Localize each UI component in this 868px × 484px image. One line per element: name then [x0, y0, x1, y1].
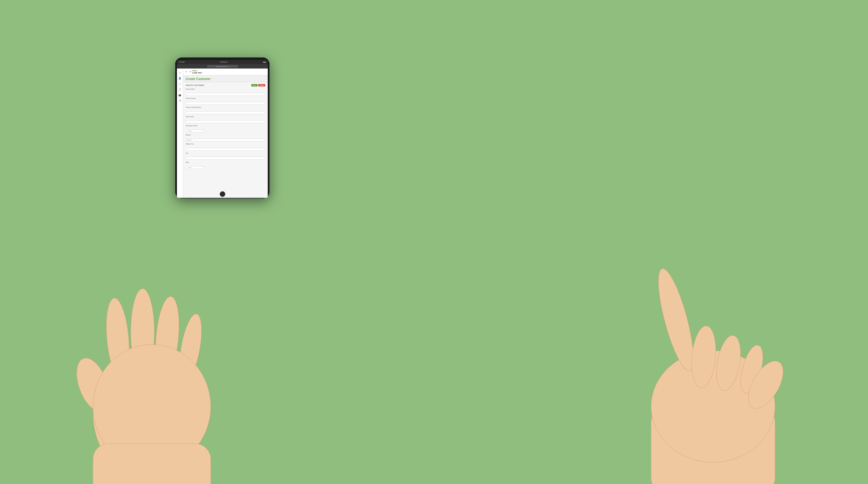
- form-group-primary-contact: Primary Contact: [186, 98, 265, 105]
- right-hand: [620, 251, 806, 484]
- select-wrapper-state: -- Select --: [186, 164, 204, 169]
- label-primary-contact: Primary Contact: [186, 98, 265, 99]
- app-main: ≡ ✦ SEED CARE PRO Create Customer: [183, 68, 268, 198]
- form-group-address-two: Address Two: [186, 143, 265, 151]
- brand-icon: ✦: [189, 70, 191, 73]
- form-group-city: City: [186, 153, 265, 160]
- status-date: Thu Mar 21: [220, 61, 228, 63]
- input-address[interactable]: [186, 139, 265, 141]
- input-primary-contact-number[interactable]: [186, 111, 265, 114]
- save-button[interactable]: Save: [251, 84, 257, 87]
- input-city[interactable]: [186, 157, 265, 160]
- form-group-address: Address: [186, 134, 265, 142]
- hamburger-menu-icon[interactable]: ≡: [186, 71, 187, 73]
- home-button[interactable]: [220, 191, 225, 197]
- input-account-name[interactable]: [186, 93, 265, 96]
- section-title: CREATE CUSTOMER: [186, 84, 204, 86]
- label-state: State: [186, 161, 265, 163]
- label-primary-contact-number: Primary Contact Number: [186, 107, 265, 108]
- app-screen: ≡ 👤 📄 📋 💼 ⚙ ≡ ✦ SEED: [177, 68, 268, 198]
- page-title-bar: Create Customer: [183, 75, 268, 82]
- url-text: app.seedcarepro.com: [216, 66, 228, 67]
- section-header: CREATE CUSTOMER Save Delete: [186, 84, 265, 87]
- brand-seed: SEED: [192, 70, 197, 72]
- label-sales-person: Sales Person: [186, 116, 265, 118]
- sidebar-icon-settings[interactable]: ⚙: [178, 99, 182, 102]
- sidebar-icon-hamburger[interactable]: ≡: [178, 71, 182, 75]
- label-city: City: [186, 153, 265, 154]
- input-sales-person[interactable]: [186, 120, 265, 123]
- status-battery: ▮▮▮: [263, 61, 266, 63]
- app-sidebar: ≡ 👤 📄 📋 💼 ⚙: [177, 68, 183, 198]
- app-header: ≡ ✦ SEED CARE PRO: [183, 68, 268, 75]
- label-account-name: Account Name: [186, 88, 265, 90]
- browser-url: app.seedcarepro.com: [207, 65, 238, 68]
- form-group-account-name: Account Name: [186, 88, 265, 96]
- brand-pro: PRO: [198, 72, 202, 74]
- form-group-state: State -- Select --: [186, 161, 265, 169]
- tablet-device: 6:41 AM Thu Mar 21 ▮▮▮ app.seedcarepro.c…: [175, 57, 270, 199]
- brand-care: CARE: [192, 72, 197, 74]
- browser-bar: app.seedcarepro.com: [177, 64, 268, 68]
- input-address-two[interactable]: [186, 148, 265, 151]
- label-operating-location: Operating Location: [186, 125, 265, 126]
- sidebar-icon-document[interactable]: 📄: [178, 82, 182, 86]
- page-title: Create Customer: [186, 77, 265, 81]
- sidebar-icon-document2[interactable]: 📋: [178, 88, 182, 91]
- left-hand: [62, 251, 248, 484]
- delete-button[interactable]: Delete: [258, 84, 265, 87]
- label-address: Address: [186, 134, 265, 136]
- label-address-two: Address Two: [186, 143, 265, 145]
- form-group-sales-person: Sales Person: [186, 116, 265, 124]
- form-group-primary-contact-number: Primary Contact Number: [186, 107, 265, 114]
- brand-logo: ✦ SEED CARE PRO: [189, 70, 202, 74]
- status-time: 6:41 AM: [179, 61, 184, 63]
- select-operating-location[interactable]: -- Select --: [186, 130, 204, 132]
- header-buttons: Save Delete: [251, 84, 265, 87]
- select-state[interactable]: -- Select --: [186, 166, 204, 169]
- brand-text: SEED CARE PRO: [192, 70, 202, 74]
- form-group-operating-location: Operating Location -- Select --: [186, 125, 265, 133]
- input-primary-contact[interactable]: [186, 102, 265, 105]
- scene: 6:41 AM Thu Mar 21 ▮▮▮ app.seedcarepro.c…: [0, 0, 868, 484]
- form-area[interactable]: CREATE CUSTOMER Save Delete Account Name: [183, 82, 268, 198]
- svg-rect-7: [93, 444, 211, 484]
- status-bar: 6:41 AM Thu Mar 21 ▮▮▮: [177, 60, 268, 64]
- select-wrapper-operating-location: -- Select --: [186, 127, 204, 133]
- sidebar-icon-bag[interactable]: 💼: [178, 93, 182, 97]
- sidebar-icon-person[interactable]: 👤: [178, 77, 182, 80]
